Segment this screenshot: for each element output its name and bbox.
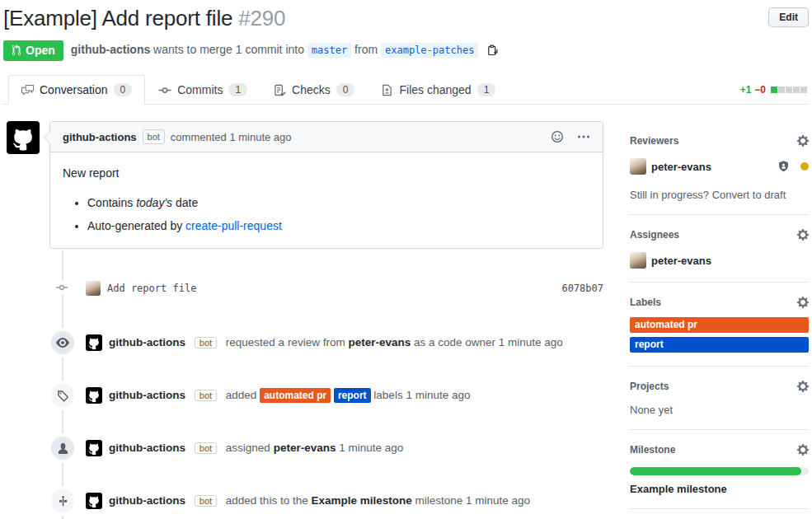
gear-icon[interactable] [797, 380, 809, 393]
person-icon [51, 437, 74, 460]
tab-checks[interactable]: Checks 0 [260, 75, 368, 105]
convert-to-draft-link[interactable]: Still in progress? Convert to draft [630, 189, 809, 201]
avatar[interactable] [86, 493, 102, 509]
base-branch-label: master [307, 43, 351, 58]
avatar[interactable] [86, 440, 102, 456]
tab-label: Files changed [399, 83, 471, 96]
assigned-event: github-actions bot assigned peter-evans … [3, 437, 603, 460]
milestone-progress-fill [630, 467, 801, 475]
event-actor[interactable]: github-actions [109, 389, 185, 401]
event-actor[interactable]: github-actions [109, 442, 185, 454]
pr-title-text: [Example] Add report file [3, 6, 232, 30]
milestone-added-event: github-actions bot added this to the Exa… [3, 489, 603, 512]
create-pull-request-link[interactable]: create-pull-request [185, 219, 282, 232]
kebab-menu-icon[interactable] [577, 130, 590, 143]
additions-count: +1 [740, 84, 752, 96]
diff-block [786, 86, 792, 93]
section-heading: Labels [630, 296, 809, 309]
git-commit-icon [54, 280, 70, 295]
section-heading: Reviewers [630, 134, 809, 147]
avatar[interactable] [630, 158, 646, 175]
label-report[interactable]: report [630, 337, 809, 353]
reviewer-link[interactable]: peter-evans [348, 336, 411, 348]
code-owner-shield-icon [777, 160, 790, 173]
bot-badge: bot [143, 129, 165, 144]
avatar[interactable] [86, 281, 101, 296]
comment-author[interactable]: github-actions [63, 131, 137, 143]
tab-files-changed[interactable]: Files changed 1 [368, 75, 509, 105]
review-state [777, 160, 809, 173]
pr-description-comment: github-actions bot commented 1 minute ag… [3, 121, 603, 249]
comment-body: New report Contains today's date Auto-ge… [50, 152, 603, 248]
gear-icon[interactable] [797, 443, 809, 456]
gear-icon[interactable] [797, 296, 809, 309]
pr-number: #290 [238, 6, 285, 30]
pr-tab-bar: Conversation 0 Commits 1 Checks 0 Files … [3, 75, 809, 105]
milestone-progress-bar [630, 467, 809, 475]
section-heading: Projects [630, 380, 809, 393]
diff-block [800, 86, 807, 93]
git-commit-icon [158, 84, 171, 96]
event-actor[interactable]: github-actions [109, 336, 185, 348]
labels-list: automated pr report [630, 317, 809, 353]
tab-label: Conversation [40, 83, 108, 96]
reviewer-name[interactable]: peter-evans [651, 161, 711, 173]
labels-added-event: github-actions bot added automated pr re… [3, 384, 603, 407]
git-pull-request-icon [12, 44, 21, 56]
emoji-reaction-icon[interactable] [551, 130, 564, 143]
tab-commits[interactable]: Commits 1 [145, 75, 260, 105]
commit-message[interactable]: Add report file [107, 283, 196, 294]
pr-meta-row: Open github-actions wants to merge 1 com… [3, 40, 809, 61]
diff-block [778, 86, 785, 93]
reviewers-section: Reviewers peter-evans Still in progress?… [630, 121, 809, 215]
timeline-events: Add report file 6078b07 github-actions b… [3, 280, 603, 512]
edit-button[interactable]: Edit [768, 7, 809, 27]
tab-label: Commits [177, 83, 223, 96]
tag-icon [51, 384, 74, 407]
gear-icon[interactable] [797, 134, 809, 147]
label-automated-pr[interactable]: automated pr [630, 317, 809, 333]
deletions-count: −0 [754, 84, 766, 96]
assignee-link[interactable]: peter-evans [274, 442, 336, 454]
commit-sha[interactable]: 6078b07 [561, 283, 603, 294]
avatar[interactable] [630, 252, 646, 269]
pr-author[interactable]: github-actions [71, 43, 150, 56]
avatar[interactable] [86, 387, 102, 404]
emphasized-text: today's [136, 196, 172, 209]
comment-actions [551, 130, 590, 143]
merge-summary-text: wants to merge 1 commit into [153, 43, 304, 56]
avatar[interactable] [86, 334, 102, 351]
event-actor[interactable]: github-actions [109, 494, 185, 507]
comment-intro: New report [63, 165, 590, 182]
bot-badge: bot [195, 442, 217, 454]
head-branch-label: example-patches [381, 43, 478, 58]
merge-summary: github-actions wants to merge 1 commit i… [71, 43, 499, 58]
eye-icon [51, 331, 74, 354]
label-chip[interactable]: automated pr [260, 388, 331, 403]
pr-header: [Example] Add report file #290 Edit [3, 4, 809, 32]
diff-block [771, 86, 777, 93]
label-chip[interactable]: report [334, 388, 371, 403]
bot-badge: bot [195, 337, 217, 348]
tab-conversation[interactable]: Conversation 0 [8, 75, 145, 105]
comment-box: github-actions bot commented 1 minute ag… [49, 121, 603, 249]
tab-label: Checks [292, 83, 331, 96]
assignee-name[interactable]: peter-evans [651, 255, 711, 267]
comment-header: github-actions bot commented 1 minute ag… [50, 122, 603, 152]
milestone-link[interactable]: Example milestone [311, 494, 411, 507]
projects-empty-text: None yet [630, 404, 809, 416]
gear-icon[interactable] [797, 228, 809, 241]
diffstat: +1 −0 [740, 84, 809, 96]
tab-counter: 1 [477, 83, 496, 96]
tab-counter: 0 [336, 83, 355, 96]
comment-timestamp[interactable]: commented 1 minute ago [171, 131, 292, 143]
event-text: github-actions bot added automated pr re… [109, 386, 470, 404]
bot-badge: bot [195, 390, 217, 401]
copy-branch-icon[interactable] [486, 44, 499, 58]
from-word: from [354, 43, 378, 56]
list-item: Contains today's date [87, 194, 590, 212]
avatar[interactable] [7, 121, 40, 154]
milestone-name-link[interactable]: Example milestone [630, 483, 809, 495]
review-requested-event: github-actions bot requested a review fr… [3, 331, 603, 354]
page-title: [Example] Add report file #290 [3, 4, 285, 32]
